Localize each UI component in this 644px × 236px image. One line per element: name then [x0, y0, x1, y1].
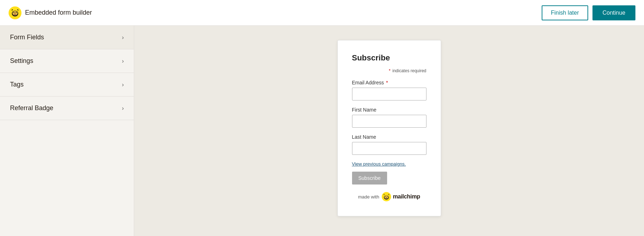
svg-point-6 — [14, 14, 16, 15]
required-star: * — [386, 80, 388, 85]
last-name-label: Last Name — [352, 134, 426, 140]
first-name-input[interactable] — [352, 115, 426, 128]
app-header: Embedded form builder Finish later Conti… — [0, 0, 644, 26]
chevron-right-icon: › — [122, 105, 124, 112]
finish-later-button[interactable]: Finish later — [542, 5, 588, 20]
sidebar-item-tags[interactable]: Tags › — [0, 73, 134, 97]
svg-point-13 — [386, 197, 387, 198]
first-name-label: First Name — [352, 107, 426, 113]
app-title: Embedded form builder — [25, 9, 92, 16]
chevron-right-icon: › — [122, 34, 124, 41]
made-with-section: made with mailchimp — [352, 192, 426, 202]
sidebar: Form Fields › Settings › Tags › Referral… — [0, 26, 134, 236]
sidebar-item-form-fields[interactable]: Form Fields › — [0, 26, 134, 49]
continue-button[interactable]: Continue — [592, 5, 635, 20]
form-title: Subscribe — [352, 53, 426, 63]
email-field-group: Email Address * — [352, 80, 426, 100]
svg-point-3 — [14, 12, 15, 13]
mailchimp-brand-name: mailchimp — [393, 193, 420, 200]
form-preview-area: Subscribe * indicates required Email Add… — [134, 26, 644, 236]
sidebar-item-referral-badge[interactable]: Referral Badge › — [0, 97, 134, 120]
mailchimp-monkey-icon — [381, 192, 391, 202]
chevron-right-icon: › — [122, 82, 124, 88]
required-note: * indicates required — [352, 68, 426, 73]
required-asterisk: * — [389, 68, 391, 73]
logo-container: Embedded form builder — [9, 6, 92, 19]
mailchimp-brand: mailchimp — [381, 192, 420, 202]
mailchimp-logo-icon — [9, 6, 21, 19]
email-input[interactable] — [352, 88, 426, 100]
header-actions: Finish later Continue — [542, 5, 635, 20]
subscribe-button[interactable]: Subscribe — [352, 172, 387, 185]
first-name-field-group: First Name — [352, 107, 426, 128]
svg-point-11 — [387, 196, 387, 197]
svg-point-10 — [385, 196, 386, 197]
view-campaigns-link[interactable]: View previous campaigns. — [352, 161, 426, 167]
email-label: Email Address * — [352, 80, 426, 85]
sidebar-item-settings[interactable]: Settings › — [0, 49, 134, 73]
form-card: Subscribe * indicates required Email Add… — [337, 40, 441, 216]
svg-point-4 — [16, 12, 17, 13]
last-name-input[interactable] — [352, 142, 426, 155]
chevron-right-icon: › — [122, 58, 124, 64]
last-name-field-group: Last Name — [352, 134, 426, 155]
main-layout: Form Fields › Settings › Tags › Referral… — [0, 26, 644, 236]
